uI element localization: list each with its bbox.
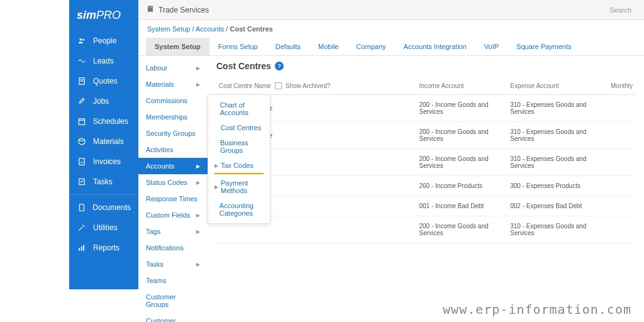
main-sidebar: simPRO People Leads Quotes Jobs Schedule… xyxy=(69,0,138,289)
subnav-custom-fields[interactable]: Custom Fields▶ xyxy=(138,207,208,223)
nav-materials[interactable]: Materials xyxy=(69,131,138,152)
chevron-right-icon: ▶ xyxy=(196,213,200,218)
svg-rect-10 xyxy=(79,248,80,251)
svg-rect-7 xyxy=(79,158,84,165)
svg-rect-15 xyxy=(151,7,152,8)
leads-icon xyxy=(77,56,87,66)
svg-rect-11 xyxy=(81,247,82,251)
breadcrumb-current: Cost Centres xyxy=(230,25,272,33)
chevron-right-icon: ▶ xyxy=(196,164,200,169)
subnav-customer-groups[interactable]: Customer Groups xyxy=(138,289,208,313)
breadcrumb: System Setup / Accounts / Cost Centres xyxy=(138,20,644,38)
tab-accounts-integration[interactable]: Accounts Integration xyxy=(395,38,475,55)
panel: Cost Centres ? Cost Centre Name Show Arc… xyxy=(208,56,644,322)
chevron-right-icon: ▶ xyxy=(196,229,200,235)
nav-utilities[interactable]: Utilities xyxy=(69,218,138,238)
subnav-memberships[interactable]: Memberships xyxy=(138,109,208,125)
chevron-right-icon: ▶ xyxy=(196,180,200,186)
chevron-right-icon: ▶ xyxy=(196,262,200,267)
utilities-icon xyxy=(77,223,87,233)
calendar-icon xyxy=(77,116,87,126)
quotes-icon xyxy=(77,76,87,86)
nav-quotes[interactable]: Quotes xyxy=(69,71,138,91)
nav-leads[interactable]: Leads xyxy=(69,51,138,71)
table-row[interactable]: 001 - Income Bad Debt002 - Expenses Bad … xyxy=(216,196,635,216)
flyout-chart-of-accounts[interactable]: Chart of Accounts xyxy=(208,97,270,120)
nav-documents[interactable]: Documents xyxy=(69,197,138,218)
help-icon[interactable]: ? xyxy=(275,62,284,70)
tab-square-payments[interactable]: Square Payments xyxy=(508,38,580,55)
invoice-icon xyxy=(77,157,87,167)
nav-divider xyxy=(69,194,138,195)
subnav-customer-profiles[interactable]: Customer Profiles xyxy=(138,313,208,322)
svg-point-1 xyxy=(82,39,84,41)
nav-invoices[interactable]: Invoices xyxy=(69,152,138,172)
tab-company[interactable]: Company xyxy=(347,38,394,55)
logo: simPRO xyxy=(69,5,138,31)
subnav-response-times[interactable]: Response Times xyxy=(138,191,208,207)
nav-tasks[interactable]: Tasks xyxy=(69,172,138,192)
tab-forms-setup[interactable]: Forms Setup xyxy=(209,38,267,55)
subnav-tags[interactable]: Tags▶ xyxy=(138,223,208,240)
subnav-activities[interactable]: Activities xyxy=(138,142,208,158)
svg-rect-12 xyxy=(83,245,84,250)
document-icon xyxy=(77,203,86,213)
svg-rect-14 xyxy=(149,7,150,8)
company-title: Trade Services xyxy=(146,4,209,15)
subnav-accounts[interactable]: Accounts▶ xyxy=(138,158,208,174)
tab-voip[interactable]: VoIP xyxy=(475,38,508,55)
people-icon xyxy=(77,36,87,46)
svg-rect-13 xyxy=(148,6,153,11)
tasks-icon xyxy=(77,177,87,187)
watermark: www.erp-information.com xyxy=(443,302,631,317)
tab-defaults[interactable]: Defaults xyxy=(267,38,309,55)
nav-reports[interactable]: Reports xyxy=(69,238,138,258)
table-row[interactable]: 200 - Income Goods and Services310 - Exp… xyxy=(216,216,635,243)
svg-rect-5 xyxy=(79,119,84,125)
cost-centres-table: Cost Centre Name Show Archived? Income A… xyxy=(216,77,635,243)
subnav-labour[interactable]: Labour▶ xyxy=(138,60,208,76)
archived-checkbox[interactable] xyxy=(275,82,282,89)
flyout-business-groups[interactable]: Business Groups xyxy=(208,135,270,158)
flyout-accounting-categories[interactable]: Accounting Categories xyxy=(208,198,270,221)
panel-title: Cost Centres ? xyxy=(216,61,635,71)
nav-schedules[interactable]: Schedules xyxy=(69,111,138,131)
search-input[interactable]: Search xyxy=(604,4,636,16)
accounts-flyout: Chart of AccountsCost CentresBusiness Gr… xyxy=(208,94,270,224)
box-icon xyxy=(77,136,87,147)
flyout-tax-codes[interactable]: ▶Tax Codes xyxy=(208,158,270,173)
subnav-tasks[interactable]: Tasks▶ xyxy=(138,256,208,272)
tabs: System SetupForms SetupDefaultsMobileCom… xyxy=(138,38,644,56)
subnav-teams[interactable]: Teams xyxy=(138,272,208,289)
subnav-commissions[interactable]: Commissions xyxy=(138,92,208,109)
flyout-cost-centres[interactable]: Cost Centres xyxy=(208,120,270,135)
building-icon xyxy=(146,4,155,15)
sub-nav: Labour▶Materials▶CommissionsMembershipsS… xyxy=(138,56,208,322)
nav-people[interactable]: People xyxy=(69,31,138,51)
subnav-status-codes[interactable]: Status Codes▶ xyxy=(138,174,208,191)
subnav-security-groups[interactable]: Security Groups xyxy=(138,125,208,142)
table-row[interactable]: 200 - Income Goods and Services310 - Exp… xyxy=(216,149,635,176)
tab-mobile[interactable]: Mobile xyxy=(309,38,347,55)
breadcrumb-link[interactable]: Accounts xyxy=(196,25,224,33)
tab-system-setup[interactable]: System Setup xyxy=(146,38,209,55)
table-row[interactable]: Asset Maintenance200 - Income Goods and … xyxy=(216,122,635,149)
table-row[interactable]: rvices260 - Income Products300 - Expense… xyxy=(216,176,635,196)
table-header: Cost Centre Name Show Archived? Income A… xyxy=(216,77,635,95)
subnav-materials[interactable]: Materials▶ xyxy=(138,76,208,92)
chart-icon xyxy=(77,243,87,253)
svg-point-0 xyxy=(80,38,82,40)
topbar: Trade Services Search xyxy=(138,0,644,20)
flyout-payment-methods[interactable]: ▶Payment Methods xyxy=(208,175,270,198)
table-row[interactable]: Service and Repair200 - Income Goods and… xyxy=(216,95,635,122)
subnav-notifications[interactable]: Notifications xyxy=(138,240,208,256)
nav-jobs[interactable]: Jobs xyxy=(69,91,138,111)
breadcrumb-link[interactable]: System Setup xyxy=(147,25,190,33)
chevron-right-icon: ▶ xyxy=(196,82,200,87)
chevron-right-icon: ▶ xyxy=(196,65,200,71)
jobs-icon xyxy=(77,96,87,106)
